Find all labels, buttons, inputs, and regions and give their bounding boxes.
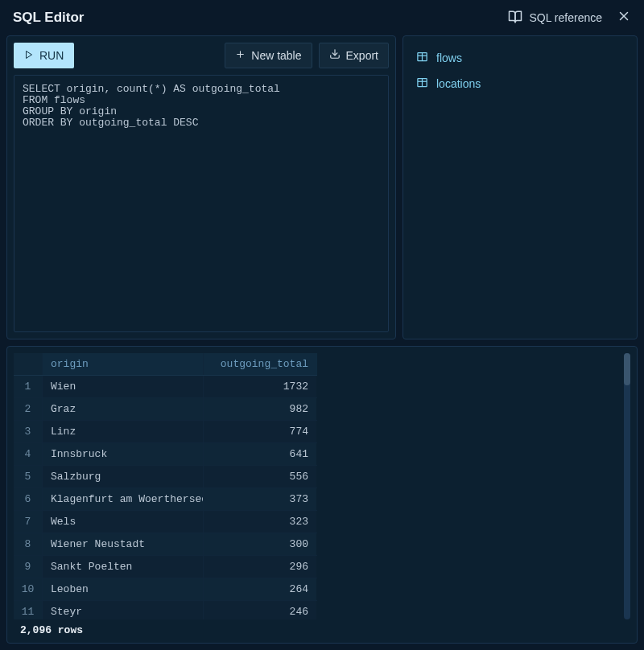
table-row[interactable]: 5 Salzburg 556	[14, 466, 317, 488]
table-row[interactable]: 6 Klagenfurt am Woerthersee 373	[14, 488, 317, 511]
cell-origin: Leoben	[43, 578, 204, 600]
results-grid-wrapper: origin outgoing_total 1 Wien 1732 2 Graz…	[14, 353, 630, 619]
row-index: 5	[14, 466, 43, 488]
column-header-outgoing-total[interactable]: outgoing_total	[204, 353, 316, 375]
close-button[interactable]	[617, 9, 631, 27]
cell-origin: Sankt Poelten	[43, 556, 204, 578]
table-item-flows[interactable]: flows	[413, 49, 627, 67]
main: RUN New table Export SELECT origin, coun…	[0, 35, 644, 650]
column-header-origin[interactable]: origin	[43, 353, 204, 375]
new-table-label: New table	[251, 48, 301, 63]
play-icon	[24, 48, 34, 63]
close-icon	[617, 9, 631, 27]
row-index: 10	[14, 578, 43, 600]
cell-outgoing-total: 300	[204, 533, 316, 555]
run-label: RUN	[39, 48, 64, 63]
row-index: 3	[14, 421, 43, 442]
table-icon	[416, 51, 428, 65]
cell-origin: Wien	[43, 376, 204, 397]
row-index: 7	[14, 511, 43, 533]
row-index: 9	[14, 556, 43, 578]
cell-outgoing-total: 323	[204, 511, 316, 533]
new-table-button[interactable]: New table	[225, 43, 312, 68]
results-grid: origin outgoing_total 1 Wien 1732 2 Graz…	[14, 353, 317, 619]
sql-reference-link[interactable]: SQL reference	[508, 10, 602, 27]
results-panel: origin outgoing_total 1 Wien 1732 2 Graz…	[6, 346, 638, 644]
table-row[interactable]: 10 Leoben 264	[14, 578, 317, 601]
header-actions: SQL reference	[508, 9, 631, 27]
export-button[interactable]: Export	[319, 43, 389, 68]
row-index: 2	[14, 398, 43, 420]
table-row[interactable]: 11 Steyr 246	[14, 601, 317, 619]
cell-origin: Linz	[43, 421, 204, 442]
table-row[interactable]: 3 Linz 774	[14, 421, 317, 443]
grid-header-row: origin outgoing_total	[14, 353, 317, 376]
svg-marker-2	[27, 51, 32, 59]
editor-toolbar: RUN New table Export	[14, 43, 389, 68]
cell-outgoing-total: 982	[204, 398, 316, 420]
cell-origin: Wels	[43, 511, 204, 533]
cell-outgoing-total: 556	[204, 466, 316, 488]
editor-panel: RUN New table Export SELECT origin, coun…	[6, 35, 396, 339]
table-row[interactable]: 8 Wiener Neustadt 300	[14, 533, 317, 556]
results-scrollbar-thumb[interactable]	[624, 353, 630, 385]
cell-origin: Wiener Neustadt	[43, 533, 204, 555]
book-icon	[508, 10, 522, 27]
page-title: SQL Editor	[13, 10, 84, 26]
plus-icon	[235, 48, 246, 63]
cell-outgoing-total: 296	[204, 556, 316, 578]
top-row: RUN New table Export SELECT origin, coun…	[6, 35, 638, 339]
export-label: Export	[346, 48, 378, 63]
table-row[interactable]: 2 Graz 982	[14, 398, 317, 421]
row-index-header	[14, 353, 43, 375]
table-name: flows	[436, 51, 462, 64]
table-row[interactable]: 9 Sankt Poelten 296	[14, 556, 317, 578]
run-button[interactable]: RUN	[14, 43, 74, 68]
results-status: 2,096 rows	[14, 619, 630, 638]
row-index: 4	[14, 443, 43, 465]
cell-outgoing-total: 264	[204, 578, 316, 600]
table-row[interactable]: 1 Wien 1732	[14, 376, 317, 398]
cell-outgoing-total: 373	[204, 488, 316, 510]
results-scrollbar[interactable]	[624, 353, 630, 619]
header: SQL Editor SQL reference	[0, 0, 644, 35]
table-row[interactable]: 7 Wels 323	[14, 511, 317, 533]
cell-outgoing-total: 246	[204, 601, 316, 619]
row-index: 8	[14, 533, 43, 555]
row-index: 1	[14, 376, 43, 397]
cell-origin: Klagenfurt am Woerthersee	[43, 488, 204, 510]
sql-reference-label: SQL reference	[529, 11, 602, 24]
cell-origin: Innsbruck	[43, 443, 204, 465]
row-index: 11	[14, 601, 43, 619]
cell-outgoing-total: 774	[204, 421, 316, 442]
table-item-locations[interactable]: locations	[413, 75, 627, 93]
row-index: 6	[14, 488, 43, 510]
sql-editor[interactable]: SELECT origin, count(*) AS outgoing_tota…	[14, 75, 389, 332]
cell-outgoing-total: 641	[204, 443, 316, 465]
table-row[interactable]: 4 Innsbruck 641	[14, 443, 317, 466]
cell-origin: Salzburg	[43, 466, 204, 488]
tables-panel: flows locations	[402, 35, 638, 339]
cell-origin: Graz	[43, 398, 204, 420]
table-icon	[416, 76, 428, 91]
download-icon	[329, 48, 341, 63]
cell-origin: Steyr	[43, 601, 204, 619]
cell-outgoing-total: 1732	[204, 376, 316, 397]
table-name: locations	[436, 77, 481, 90]
